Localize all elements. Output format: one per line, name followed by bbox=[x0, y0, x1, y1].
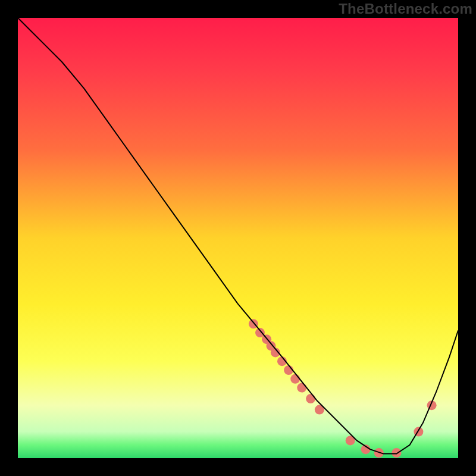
plot-background bbox=[18, 18, 458, 458]
chart-container: TheBottleneck.com bbox=[0, 0, 476, 476]
scatter-point bbox=[306, 394, 315, 403]
scatter-point bbox=[392, 448, 401, 458]
watermark-text: TheBottleneck.com bbox=[339, 1, 472, 17]
scatter-point bbox=[290, 374, 300, 384]
chart-svg bbox=[0, 0, 476, 476]
scatter-point bbox=[297, 383, 306, 393]
